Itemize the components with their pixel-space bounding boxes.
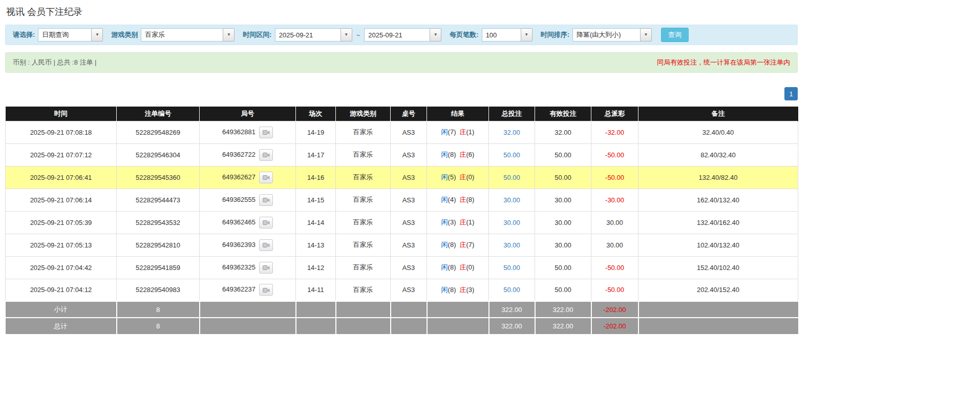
video-replay-button[interactable]	[259, 172, 273, 183]
subtotal-total-bet: 322.00	[489, 301, 535, 318]
total-bet-link[interactable]: 50.00	[503, 264, 520, 272]
date-from-combo: ▼	[275, 28, 352, 42]
cell-result: 闲(8)庄(6)	[427, 143, 489, 166]
cell-time: 2025-09-21 07:04:12	[6, 279, 117, 301]
subtotal-empty-cell	[427, 301, 489, 318]
cell-table-no: AS3	[391, 143, 427, 166]
total-count: 8	[117, 318, 200, 334]
date-to-dropdown-button[interactable]: ▼	[430, 28, 441, 42]
round-number: 649362237	[222, 285, 255, 293]
cell-round: 649362393	[200, 234, 296, 256]
sort-order-dropdown-button[interactable]: ▼	[640, 28, 652, 42]
cell-bet-id: 522829545360	[117, 166, 200, 189]
select-type-input[interactable]	[38, 28, 91, 42]
header-time: 时间	[6, 107, 117, 121]
video-replay-button[interactable]	[259, 217, 273, 229]
cell-valid-bet: 50.00	[535, 279, 591, 301]
result-player-label: 闲	[441, 241, 448, 248]
cell-session: 14-16	[296, 166, 336, 189]
cell-session: 14-17	[296, 143, 336, 166]
cell-payout: -50.00	[591, 143, 638, 166]
cell-session: 14-14	[296, 211, 336, 234]
video-replay-button[interactable]	[259, 149, 273, 161]
cell-result: 闲(7)庄(1)	[427, 121, 489, 143]
video-replay-button[interactable]	[259, 284, 273, 296]
subtotal-row: 小计 8 322.00 322.00 -202.00	[6, 301, 798, 318]
video-replay-button[interactable]	[259, 239, 273, 251]
sort-order-label: 时间排序:	[541, 30, 569, 39]
cell-session: 14-13	[296, 234, 336, 256]
total-bet-link[interactable]: 30.00	[503, 196, 520, 204]
game-type-input[interactable]	[141, 28, 223, 42]
table-row: 2025-09-21 07:06:14522829544473649362555…	[6, 189, 798, 211]
select-type-combo: ▼	[38, 28, 103, 42]
date-from-dropdown-button[interactable]: ▼	[340, 28, 352, 42]
result-banker-label: 庄	[460, 263, 466, 271]
subtotal-empty-cell	[391, 301, 427, 318]
game-type-combo: ▼	[141, 28, 235, 42]
total-bet-link[interactable]: 30.00	[503, 241, 520, 249]
total-bet-link[interactable]: 32.00	[503, 129, 520, 136]
search-button[interactable]: 查询	[661, 28, 689, 42]
cell-session: 14-11	[296, 279, 336, 301]
cell-total-bet: 50.00	[489, 256, 535, 279]
total-bet-link[interactable]: 50.00	[503, 151, 520, 159]
cell-bet-id: 522829540983	[117, 279, 200, 301]
total-label: 总计	[6, 318, 117, 334]
video-camera-icon	[263, 152, 270, 158]
pagination: 1	[5, 87, 798, 100]
page-title: 视讯 会员下注纪录	[5, 0, 798, 25]
cell-time: 2025-09-21 07:06:14	[6, 189, 117, 211]
cell-valid-bet: 32.00	[535, 121, 591, 143]
cell-table-no: AS3	[391, 166, 427, 189]
video-replay-button[interactable]	[259, 262, 273, 274]
video-camera-icon	[263, 197, 270, 203]
cell-game-type: 百家乐	[336, 279, 391, 301]
result-player-count: (4)	[448, 196, 456, 203]
subtotal-empty-cell	[638, 301, 798, 318]
total-empty-cell	[296, 318, 336, 334]
cell-payout: -50.00	[591, 166, 638, 189]
round-number: 649362627	[222, 173, 255, 180]
video-replay-button[interactable]	[259, 127, 273, 138]
page-size-dropdown-button[interactable]: ▼	[521, 28, 532, 42]
pagination-page-1[interactable]: 1	[784, 87, 798, 100]
total-empty-cell	[638, 318, 798, 334]
total-bet-link[interactable]: 50.00	[503, 286, 520, 294]
result-banker-count: (1)	[466, 218, 475, 226]
cell-time: 2025-09-21 07:06:41	[6, 166, 117, 189]
cell-bet-id: 522829542810	[117, 234, 200, 256]
table-header-row: 时间 注单编号 局号 场次 游戏类别 桌号 结果 总投注 有效投注 总派彩 备注	[6, 107, 798, 121]
chevron-down-icon: ▼	[344, 33, 348, 37]
cell-valid-bet: 50.00	[535, 166, 591, 189]
cell-game-type: 百家乐	[336, 166, 391, 189]
cell-table-no: AS3	[391, 121, 427, 143]
total-bet-link[interactable]: 30.00	[503, 219, 520, 226]
round-number: 649362881	[222, 128, 255, 135]
result-banker-label: 庄	[460, 286, 466, 294]
cell-table-no: AS3	[391, 256, 427, 279]
cell-note: 82.40/32.40	[638, 143, 798, 166]
cell-note: 202.40/152.40	[638, 279, 798, 301]
date-to-input[interactable]	[364, 28, 430, 42]
result-player-count: (5)	[448, 173, 456, 181]
sort-order-input[interactable]	[572, 28, 640, 42]
subtotal-payout: -202.00	[591, 301, 638, 318]
cell-valid-bet: 50.00	[535, 143, 591, 166]
cell-session: 14-15	[296, 189, 336, 211]
date-from-input[interactable]	[275, 28, 340, 42]
video-replay-button[interactable]	[259, 194, 273, 206]
cell-game-type: 百家乐	[336, 211, 391, 234]
cell-result: 闲(8)庄(7)	[427, 234, 489, 256]
select-type-dropdown-button[interactable]: ▼	[91, 28, 103, 42]
cell-round: 649362237	[200, 279, 296, 301]
game-type-dropdown-button[interactable]: ▼	[223, 28, 235, 42]
total-bet-link[interactable]: 50.00	[503, 174, 520, 181]
header-round: 局号	[200, 107, 296, 121]
round-number: 649362325	[222, 263, 255, 271]
select-type-label: 请选择:	[13, 30, 35, 39]
page-size-input[interactable]	[482, 28, 521, 42]
subtotal-count: 8	[117, 301, 200, 318]
total-row: 总计 8 322.00 322.00 -202.00	[6, 318, 798, 334]
currency-summary-text: 币别 : 人民币 | 总共 :8 注单 |	[13, 58, 97, 67]
